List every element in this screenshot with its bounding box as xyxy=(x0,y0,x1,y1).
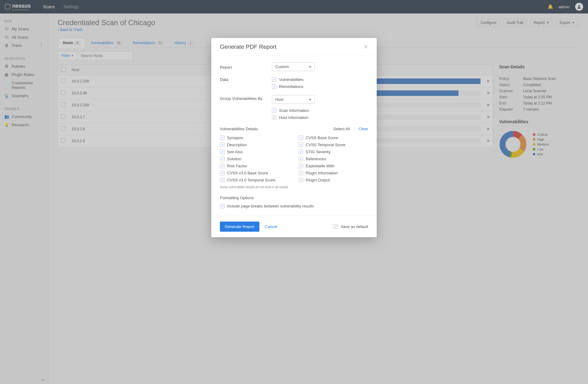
checkbox-vuln-detail[interactable]: ✓ xyxy=(220,143,224,147)
cancel-button[interactable]: Cancel xyxy=(265,224,277,229)
checkbox-host-info[interactable]: ✓ xyxy=(272,115,277,120)
vuln-details-note: Some vulnerability details do not exist … xyxy=(220,185,368,189)
modal-overlay: Generate PDF Report ✕ Report Custom▼ Dat… xyxy=(0,0,588,384)
checkbox-scan-info[interactable]: ✓ xyxy=(272,108,277,113)
vuln-detail-label: CVSS Temporal Score xyxy=(306,143,345,147)
clear-link[interactable]: Clear xyxy=(355,127,368,131)
data-label: Data xyxy=(220,76,272,82)
checkbox-vuln-detail[interactable]: ✓ xyxy=(299,135,303,140)
vuln-detail-label: Synopsis xyxy=(227,135,243,140)
vuln-details-title: Vulnerabilities Details xyxy=(220,127,258,131)
checkbox-vuln-detail[interactable]: ✓ xyxy=(220,150,224,154)
chevron-down-icon: ▼ xyxy=(309,65,311,68)
group-by-select[interactable]: Host▼ xyxy=(272,95,315,104)
vuln-detail-label: Plugin Information xyxy=(306,171,338,175)
select-all-link[interactable]: Select All xyxy=(334,127,350,131)
generate-report-modal: Generate PDF Report ✕ Report Custom▼ Dat… xyxy=(211,38,377,237)
checkbox-vuln-detail[interactable]: ✓ xyxy=(220,135,224,140)
vuln-detail-label: STIG Severity xyxy=(306,150,330,154)
vuln-detail-label: CVSS Base Score xyxy=(306,135,338,140)
checkbox-save-default[interactable]: ✓ xyxy=(334,224,338,229)
vuln-detail-label: Exploitable With xyxy=(306,164,334,168)
checkbox-data-remed[interactable]: ✓ xyxy=(272,84,277,89)
close-icon[interactable]: ✕ xyxy=(364,44,368,50)
vuln-detail-label: Description xyxy=(227,143,247,147)
vuln-detail-label: Solution xyxy=(227,157,241,161)
vuln-detail-label: References xyxy=(306,157,326,161)
vuln-detail-label: See Also xyxy=(227,150,243,154)
vuln-detail-label: Risk Factor xyxy=(227,164,247,168)
chevron-down-icon: ▼ xyxy=(309,98,311,101)
save-default-label: Save as default xyxy=(341,224,368,229)
report-label: Report xyxy=(220,64,272,70)
checkbox-vuln-detail[interactable]: ✓ xyxy=(299,143,303,147)
checkbox-vuln-detail[interactable]: ✓ xyxy=(299,164,303,168)
checkbox-vuln-detail[interactable]: ✓ xyxy=(220,157,224,161)
checkbox-vuln-detail[interactable]: ✓ xyxy=(299,171,303,175)
checkbox-vuln-detail[interactable]: ✓ xyxy=(299,178,303,182)
checkbox-vuln-detail[interactable]: ✓ xyxy=(299,150,303,154)
checkbox-vuln-detail[interactable]: ✓ xyxy=(220,164,224,168)
checkbox-data-vuln[interactable]: ✓ xyxy=(272,77,277,82)
modal-title: Generate PDF Report xyxy=(220,44,277,50)
formatting-options-title: Formatting Options xyxy=(220,196,368,200)
checkbox-vuln-detail[interactable]: ✓ xyxy=(220,178,224,182)
checkbox-vuln-detail[interactable]: ✓ xyxy=(220,171,224,175)
group-by-label: Group Vulnerabilities By xyxy=(220,95,272,101)
report-type-select[interactable]: Custom▼ xyxy=(272,62,315,71)
vuln-detail-label: Plugin Output xyxy=(306,178,330,182)
vuln-detail-label: CVSS v3.0 Base Score xyxy=(227,171,268,175)
checkbox-page-breaks[interactable]: ✓ xyxy=(220,204,224,208)
vuln-detail-label: CVSS v3.0 Temporal Score xyxy=(227,178,275,182)
checkbox-vuln-detail[interactable]: ✓ xyxy=(299,157,303,161)
generate-report-button[interactable]: Generate Report xyxy=(220,222,259,232)
